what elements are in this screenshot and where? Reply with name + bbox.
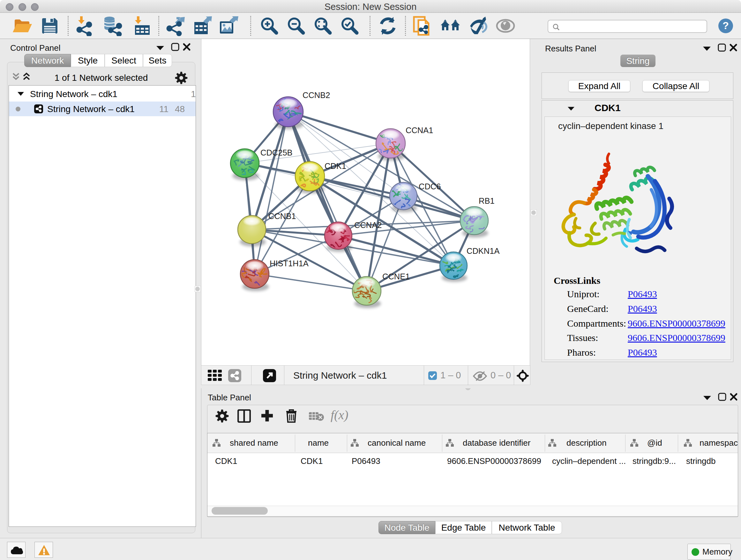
svg-text:RB1: RB1 <box>479 196 495 205</box>
svg-text:CDC25B: CDC25B <box>260 148 293 157</box>
svg-text:CCNE1: CCNE1 <box>382 272 410 281</box>
svg-text:CDC6: CDC6 <box>419 182 441 191</box>
svg-text:CDK1: CDK1 <box>325 162 346 171</box>
svg-text:CCNB2: CCNB2 <box>302 91 330 100</box>
svg-text:CCNB1: CCNB1 <box>268 212 296 221</box>
svg-text:CCNA1: CCNA1 <box>406 126 433 135</box>
svg-text:CDKN1A: CDKN1A <box>467 246 499 255</box>
svg-text:CCNA2: CCNA2 <box>354 221 382 230</box>
svg-text:?: ? <box>723 20 729 31</box>
svg-text:HIST1H1A: HIST1H1A <box>270 259 309 268</box>
